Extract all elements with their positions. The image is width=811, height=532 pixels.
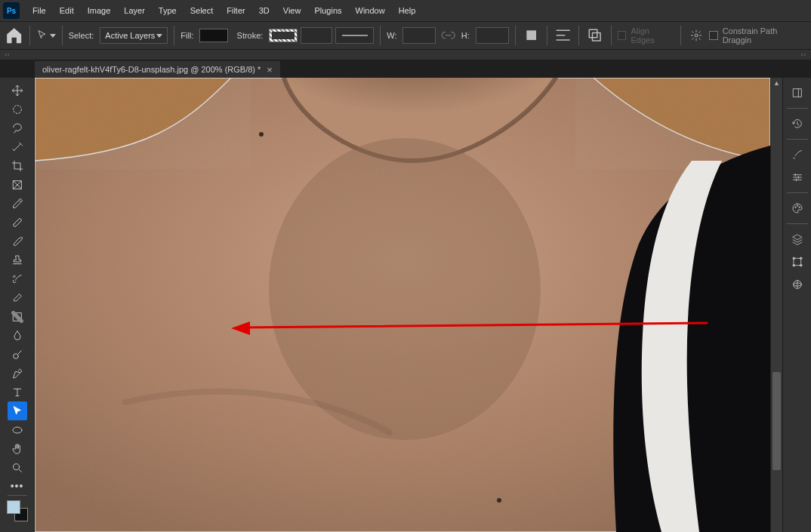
svg-point-9 — [13, 427, 22, 433]
scroll-up-arrow-icon[interactable]: ▲ — [771, 78, 782, 88]
type-tool[interactable] — [8, 383, 27, 401]
eyedropper-icon — [11, 198, 23, 210]
foreground-color-swatch[interactable] — [7, 500, 20, 514]
align-icon — [554, 26, 572, 45]
right-panel-rail — [782, 78, 811, 532]
layers-panel-button[interactable] — [787, 229, 808, 250]
hand-icon — [11, 443, 23, 455]
palette-icon — [791, 202, 803, 214]
gradient-icon — [11, 311, 23, 323]
channels-panel-button[interactable] — [787, 251, 808, 272]
select-label: Select: — [69, 31, 94, 40]
chevron-down-icon — [50, 34, 56, 38]
menu-edit[interactable]: Edit — [53, 0, 81, 21]
square-icon — [522, 26, 541, 45]
constrain-label: Constrain Path Draggin — [723, 26, 806, 45]
crop-tool[interactable] — [8, 156, 27, 175]
height-input[interactable] — [476, 27, 509, 44]
stroke-swatch[interactable] — [269, 29, 297, 42]
width-input[interactable] — [402, 27, 436, 44]
brush-tool[interactable] — [8, 232, 27, 251]
gear-button[interactable] — [687, 26, 706, 45]
transform-icon — [791, 256, 803, 268]
h-label: H: — [461, 31, 470, 40]
stroke-width-input[interactable] — [301, 27, 333, 44]
lasso-tool[interactable] — [8, 118, 27, 137]
document-tab[interactable]: oliver-ragfelt-khV4fTy6-D8-unsplash.jpg … — [35, 61, 280, 78]
right-grip-icon[interactable]: ‹‹ — [801, 51, 806, 58]
scrollbar-thumb[interactable] — [772, 372, 781, 470]
fill-swatch[interactable] — [199, 29, 227, 42]
brush-presets-button[interactable] — [787, 167, 808, 188]
path-select-tool[interactable] — [8, 401, 27, 420]
3d-panel-button[interactable] — [787, 274, 808, 295]
edit-toolbar-button[interactable]: ••• — [11, 478, 24, 494]
menu-3d[interactable]: 3D — [252, 0, 276, 21]
history-brush-tool[interactable] — [8, 269, 27, 288]
home-icon — [5, 26, 23, 45]
svg-point-22 — [794, 207, 795, 208]
frame-tool[interactable] — [8, 175, 27, 194]
color-swatches[interactable] — [7, 500, 28, 521]
path-operations-button[interactable] — [522, 26, 541, 45]
clone-tool[interactable] — [8, 251, 27, 269]
separator — [787, 223, 808, 224]
marquee-tool[interactable] — [8, 100, 27, 118]
document-tab-bar: oliver-ragfelt-khV4fTy6-D8-unsplash.jpg … — [0, 60, 811, 78]
svg-point-23 — [797, 205, 797, 206]
path-select-tool-indicator[interactable] — [36, 26, 55, 45]
hand-tool[interactable] — [8, 439, 27, 458]
separator — [62, 26, 63, 45]
close-icon[interactable]: × — [267, 65, 273, 75]
menu-file[interactable]: File — [26, 0, 53, 21]
canvas-content — [35, 78, 770, 532]
menu-window[interactable]: Window — [349, 0, 392, 21]
svg-point-3 — [695, 34, 698, 37]
pen-tool[interactable] — [8, 364, 27, 383]
dodge-tool[interactable] — [8, 345, 27, 364]
menu-type[interactable]: Type — [152, 0, 183, 21]
home-button[interactable] — [5, 26, 23, 45]
document-canvas[interactable] — [35, 78, 770, 532]
shape-tool[interactable] — [8, 420, 27, 439]
left-grip-icon[interactable]: ›› — [5, 51, 10, 58]
menu-plugins[interactable]: Plugins — [307, 0, 348, 21]
path-arrangement-button[interactable] — [585, 26, 604, 45]
history-panel-button[interactable] — [787, 113, 808, 134]
menu-layer[interactable]: Layer — [117, 0, 152, 21]
brush-icon — [11, 235, 23, 248]
move-tool[interactable] — [8, 81, 27, 100]
vertical-scrollbar[interactable]: ▲ — [770, 78, 782, 532]
healing-tool[interactable] — [8, 213, 27, 232]
eraser-tool[interactable] — [8, 288, 27, 307]
menu-filter[interactable]: Filter — [220, 0, 251, 21]
align-edges-checkbox[interactable]: Align Edges — [618, 26, 674, 45]
path-alignment-button[interactable] — [554, 26, 572, 45]
wand-tool[interactable] — [8, 137, 27, 156]
svg-rect-6 — [12, 217, 21, 226]
blur-tool[interactable] — [8, 326, 27, 345]
gradient-tool[interactable] — [8, 307, 27, 326]
menu-help[interactable]: Help — [392, 0, 423, 21]
gear-icon — [690, 29, 702, 42]
brush-settings-button[interactable] — [787, 144, 808, 165]
stroke-style-dropdown[interactable] — [335, 27, 374, 44]
learn-panel-button[interactable] — [787, 82, 808, 103]
menu-view[interactable]: View — [276, 0, 308, 21]
link-wh-button[interactable] — [439, 26, 458, 45]
constrain-checkbox[interactable]: Constrain Path Draggin — [709, 26, 806, 45]
separator — [515, 26, 516, 45]
stack-icon — [585, 26, 604, 45]
svg-rect-21 — [793, 89, 801, 97]
zoom-tool[interactable] — [8, 458, 27, 477]
menu-select[interactable]: Select — [183, 0, 220, 21]
document-tab-title: oliver-ragfelt-khV4fTy6-D8-unsplash.jpg … — [42, 65, 261, 74]
swatches-panel-button[interactable] — [787, 198, 808, 219]
select-dropdown[interactable]: Active Layers — [100, 27, 168, 44]
eyedropper-tool[interactable] — [8, 194, 27, 213]
ellipse-icon — [11, 424, 23, 436]
menu-image[interactable]: Image — [81, 0, 118, 21]
svg-rect-2 — [593, 33, 601, 42]
brush-settings-icon — [791, 149, 803, 161]
svg-point-10 — [13, 463, 19, 469]
